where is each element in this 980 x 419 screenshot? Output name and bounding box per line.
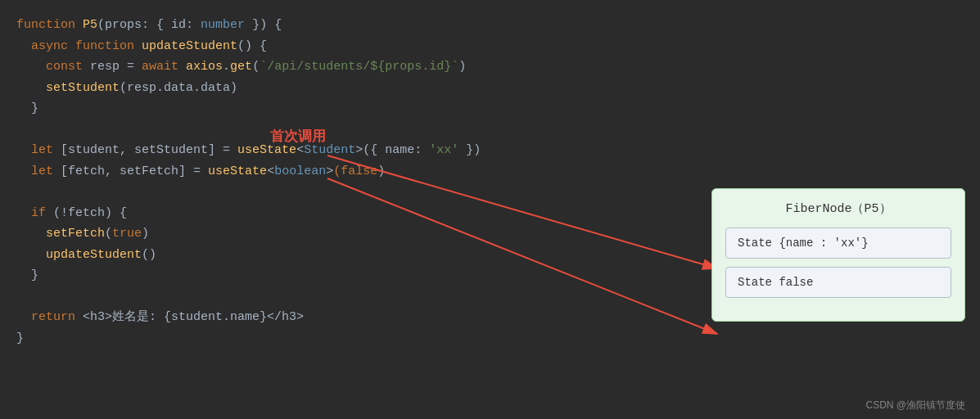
code-line: async function updateStudent() {: [16, 36, 622, 57]
code-line: if (!fetch) {: [16, 203, 622, 224]
code-line: return <h3>姓名是: {student.name}</h3>: [16, 307, 622, 328]
code-area: function P5(props: { id: number }) { asy…: [0, 0, 639, 419]
fiber-state-1: State {name : 'xx'}: [725, 228, 951, 259]
code-line: setFetch(true): [16, 223, 622, 245]
code-line: updateStudent(): [16, 245, 622, 266]
fiber-node-box: FiberNode（P5） State {name : 'xx'} State …: [711, 188, 965, 322]
code-line: function P5(props: { id: number }) {: [16, 15, 622, 36]
watermark: CSDN @渔阳镇节度使: [865, 399, 965, 412]
first-call-label: 首次调用: [270, 127, 326, 146]
fiber-state-2: State false: [725, 267, 951, 298]
code-line: const resp = await axios.get(`/api/stude…: [16, 56, 622, 78]
code-line: }: [16, 265, 622, 286]
code-line: setStudent(resp.data.data): [16, 78, 622, 99]
code-line: let [fetch, setFetch] = useState<boolean…: [16, 161, 622, 182]
code-line: }: [16, 98, 622, 119]
code-line: [16, 182, 622, 203]
code-line: }: [16, 328, 622, 349]
fiber-node-title: FiberNode（P5）: [725, 200, 951, 216]
code-line: [16, 286, 622, 308]
